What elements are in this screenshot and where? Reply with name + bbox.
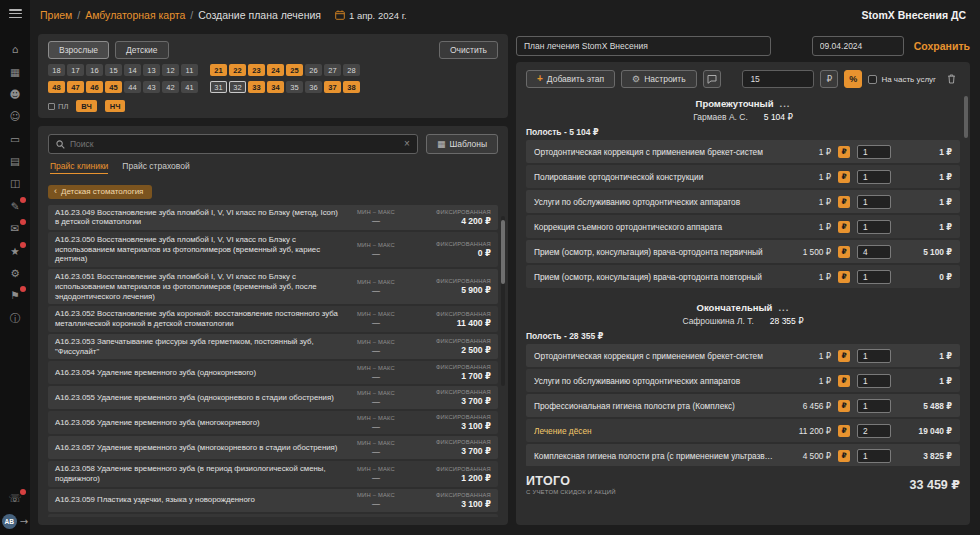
- price-tag-icon[interactable]: ₽: [838, 350, 850, 362]
- comment-button[interactable]: [703, 70, 721, 88]
- menu-icon[interactable]: [9, 9, 22, 18]
- avatar[interactable]: АВ: [2, 514, 17, 529]
- stage-menu-button[interactable]: ...: [780, 98, 791, 109]
- breadcrumb-reception[interactable]: Прием: [40, 9, 72, 21]
- tooth-21[interactable]: 21: [210, 64, 227, 76]
- tooth-28[interactable]: 28: [343, 64, 360, 76]
- service-row[interactable]: A16.23.058 Удаление временного зуба (в п…: [48, 461, 498, 486]
- tooth-16[interactable]: 16: [86, 64, 103, 76]
- tooth-41[interactable]: 41: [181, 81, 198, 93]
- tasks-icon[interactable]: ✎: [7, 198, 23, 214]
- category-chip[interactable]: ‹ Детская стоматология: [48, 185, 152, 199]
- plan-item-row[interactable]: Комплексная гигиена полости рта (с приме…: [526, 444, 960, 466]
- tab-child-teeth[interactable]: Детские: [115, 41, 168, 59]
- tooth-36[interactable]: 36: [305, 81, 322, 93]
- tooth-48[interactable]: 48: [48, 81, 65, 93]
- tooth-43[interactable]: 43: [143, 81, 160, 93]
- service-row[interactable]: A16.23.049 Восстановление зуба пломбой I…: [48, 205, 498, 230]
- tooth-22[interactable]: 22: [229, 64, 246, 76]
- ruble-toggle[interactable]: ₽: [820, 70, 838, 88]
- plan-item-row[interactable]: Прием (осмотр, консультация) врача-ортод…: [526, 265, 960, 288]
- tooth-11[interactable]: 11: [181, 64, 198, 76]
- clear-search-icon[interactable]: ×: [404, 139, 410, 149]
- service-row[interactable]: A16.23.055 Удаление временного зуба (одн…: [48, 386, 498, 409]
- tooth-12[interactable]: 12: [162, 64, 179, 76]
- tooth-23[interactable]: 23: [248, 64, 265, 76]
- percent-toggle[interactable]: %: [844, 70, 862, 88]
- quantity-input[interactable]: 1: [857, 145, 891, 159]
- quantity-input[interactable]: 1: [857, 220, 891, 234]
- tooth-38[interactable]: 38: [343, 81, 360, 93]
- notifications-icon[interactable]: ⚑: [7, 287, 23, 303]
- price-tag-icon[interactable]: ₽: [838, 450, 850, 462]
- legend-vch[interactable]: ВЧ: [76, 100, 96, 112]
- service-row[interactable]: A16.23.052 Восстановление зуба коронкой:…: [48, 306, 498, 331]
- plan-date-input[interactable]: [812, 36, 904, 56]
- tooth-18[interactable]: 18: [48, 64, 65, 76]
- plan-item-row[interactable]: Лечение дёсен11 200 ₽₽219 040 ₽: [526, 419, 960, 442]
- tooth-17[interactable]: 17: [67, 64, 84, 76]
- tooth-13[interactable]: 13: [143, 64, 160, 76]
- scrollbar-thumb[interactable]: [501, 220, 505, 284]
- quantity-input[interactable]: 2: [857, 424, 891, 438]
- add-stage-button[interactable]: + Добавить этап: [526, 70, 615, 88]
- price-tag-icon[interactable]: ₽: [838, 375, 850, 387]
- tab-clinic-price[interactable]: Прайс клиники: [50, 161, 108, 174]
- tooth-25[interactable]: 25: [286, 64, 303, 76]
- quantity-input[interactable]: 1: [857, 170, 891, 184]
- quantity-input[interactable]: 1: [857, 195, 891, 209]
- plan-item-row[interactable]: Прием (осмотр, консультация) врача-ортод…: [526, 240, 960, 263]
- tooth-46[interactable]: 46: [86, 81, 103, 93]
- service-row[interactable]: A16.23.060 Пластика уздечки, языка и губ…: [48, 514, 498, 517]
- tooth-31[interactable]: 31: [210, 81, 227, 93]
- service-row[interactable]: A16.23.053 Запечатывание фиссуры зуба ге…: [48, 334, 498, 359]
- tab-insurance-price[interactable]: Прайс страховой: [122, 161, 189, 174]
- tooth-37[interactable]: 37: [324, 81, 341, 93]
- configure-button[interactable]: ⚙ Настроить: [621, 70, 697, 88]
- templates-button[interactable]: ▦ Шаблоны: [426, 134, 498, 154]
- tooth-32[interactable]: 32: [229, 81, 246, 93]
- partial-services-checkbox[interactable]: На часть услуг: [868, 75, 936, 84]
- clear-teeth-button[interactable]: Очистить: [439, 41, 498, 59]
- delete-button[interactable]: [942, 70, 960, 88]
- marketing-icon[interactable]: ★: [7, 243, 23, 259]
- save-button[interactable]: Сохранить: [914, 40, 970, 52]
- price-tag-icon[interactable]: ₽: [838, 196, 850, 208]
- price-tag-icon[interactable]: ₽: [838, 425, 850, 437]
- service-row[interactable]: A16.23.054 Удаление временного зуба (одн…: [48, 361, 498, 384]
- patients-icon[interactable]: ☻: [7, 86, 23, 102]
- tooth-44[interactable]: 44: [124, 81, 141, 93]
- plan-name-input[interactable]: [516, 36, 771, 56]
- plan-item-row[interactable]: Услуги по обслуживанию ортодонтических а…: [526, 190, 960, 213]
- discount-input[interactable]: [742, 70, 814, 88]
- legend-pl[interactable]: ПЛ: [48, 102, 68, 111]
- service-row[interactable]: A16.23.057 Удаление временного зуба (мно…: [48, 436, 498, 459]
- legend-nch[interactable]: НЧ: [105, 100, 126, 112]
- service-row[interactable]: A16.23.059 Пластика уздечки, языка у нов…: [48, 489, 498, 512]
- price-list-scrollbar[interactable]: [501, 216, 505, 386]
- price-tag-icon[interactable]: ₽: [838, 146, 850, 158]
- service-row[interactable]: A16.23.050 Восстановление зуба пломбой I…: [48, 232, 498, 267]
- price-tag-icon[interactable]: ₽: [838, 171, 850, 183]
- tooth-42[interactable]: 42: [162, 81, 179, 93]
- plan-item-row[interactable]: Профессиональная гигиена полости рта (Ко…: [526, 394, 960, 417]
- plan-item-row[interactable]: Ортодонтическая коррекция с применением …: [526, 140, 960, 163]
- breadcrumb-ambulatory-card[interactable]: Амбулаторная карта: [85, 9, 185, 21]
- tooth-14[interactable]: 14: [124, 64, 141, 76]
- tooth-15[interactable]: 15: [105, 64, 122, 76]
- visit-date[interactable]: 1 апр. 2024 г.: [335, 10, 407, 21]
- quantity-input[interactable]: 1: [857, 374, 891, 388]
- support-icon[interactable]: ☏: [7, 490, 23, 506]
- messages-icon[interactable]: ✉: [7, 220, 23, 236]
- tooth-27[interactable]: 27: [324, 64, 341, 76]
- quantity-input[interactable]: 1: [857, 399, 891, 413]
- schedule-icon[interactable]: ▦: [7, 64, 23, 80]
- journal-icon[interactable]: ▤: [7, 153, 23, 169]
- plan-item-row[interactable]: Ортодонтическая коррекция с применением …: [526, 344, 960, 367]
- plan-item-row[interactable]: Коррекция съемного ортодонтического аппа…: [526, 215, 960, 238]
- quantity-input[interactable]: 4: [857, 245, 891, 259]
- quantity-input[interactable]: 1: [857, 449, 891, 463]
- service-row[interactable]: A16.23.056 Удаление временного зуба (мно…: [48, 411, 498, 434]
- tooth-24[interactable]: 24: [267, 64, 284, 76]
- price-tag-icon[interactable]: ₽: [838, 271, 850, 283]
